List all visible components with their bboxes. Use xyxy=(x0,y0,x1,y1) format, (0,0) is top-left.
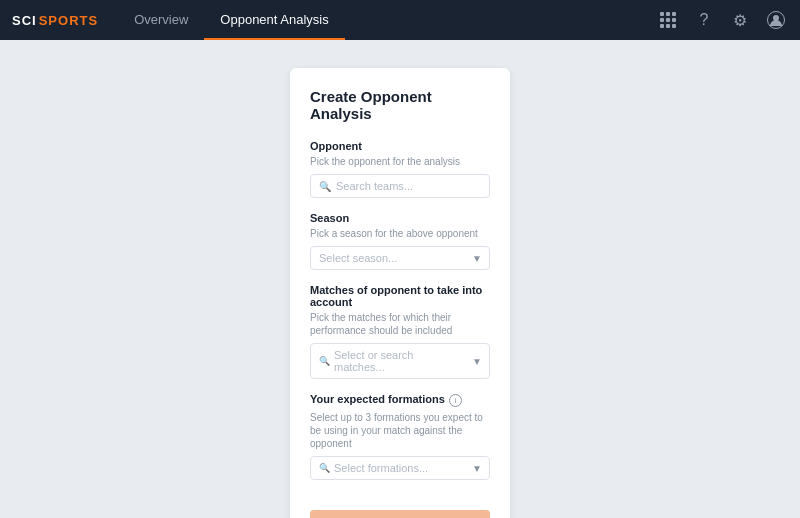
nav-item-overview[interactable]: Overview xyxy=(118,0,204,40)
formations-chevron-icon: ▼ xyxy=(472,463,482,474)
formations-label: Your expected formations xyxy=(310,393,445,405)
logo-sports: SPORTS xyxy=(39,13,98,28)
user-icon[interactable] xyxy=(764,8,788,32)
formations-select-wrapper: 🔍 Select formations... ▼ xyxy=(310,456,490,480)
matches-select-box[interactable]: 🔍 Select or search matches... xyxy=(310,343,490,379)
matches-label: Matches of opponent to take into account xyxy=(310,284,490,308)
create-report-button[interactable]: CREATE REPORT xyxy=(310,510,490,518)
logo: SCI SPORTS xyxy=(12,13,98,28)
formations-select-box[interactable]: 🔍 Select formations... xyxy=(310,456,490,480)
nav: Overview Opponent Analysis xyxy=(118,0,345,40)
topbar-right: ? ⚙ xyxy=(656,8,788,32)
season-section: Season Pick a season for the above oppon… xyxy=(310,212,490,270)
formations-section: Your expected formations i Select up to … xyxy=(310,393,490,480)
formations-hint: Select up to 3 formations you expect to … xyxy=(310,411,490,450)
grid-icon[interactable] xyxy=(656,8,680,32)
formations-label-row: Your expected formations i xyxy=(310,393,490,408)
formations-info-icon[interactable]: i xyxy=(449,394,462,407)
matches-chevron-icon: ▼ xyxy=(472,356,482,367)
logo-sci: SCI xyxy=(12,13,37,28)
nav-item-opponent-analysis[interactable]: Opponent Analysis xyxy=(204,0,344,40)
formations-search-icon: 🔍 xyxy=(319,463,330,473)
apps-icon xyxy=(660,12,676,28)
season-label: Season xyxy=(310,212,490,224)
main-content: Create Opponent Analysis Opponent Pick t… xyxy=(0,40,800,518)
matches-placeholder: Select or search matches... xyxy=(334,349,465,373)
matches-search-icon: 🔍 xyxy=(319,356,330,366)
season-select-wrapper: Select season... ▼ xyxy=(310,246,490,270)
season-select[interactable]: Select season... xyxy=(310,246,490,270)
opponent-hint: Pick the opponent for the analysis xyxy=(310,155,490,168)
card-title: Create Opponent Analysis xyxy=(310,88,490,122)
opponent-section: Opponent Pick the opponent for the analy… xyxy=(310,140,490,198)
opponent-label: Opponent xyxy=(310,140,490,152)
settings-icon[interactable]: ⚙ xyxy=(728,8,752,32)
matches-select-wrapper: 🔍 Select or search matches... ▼ xyxy=(310,343,490,379)
opponent-search-input[interactable] xyxy=(336,180,481,192)
matches-section: Matches of opponent to take into account… xyxy=(310,284,490,379)
formations-placeholder: Select formations... xyxy=(334,462,465,474)
create-analysis-card: Create Opponent Analysis Opponent Pick t… xyxy=(290,68,510,518)
topbar: SCI SPORTS Overview Opponent Analysis ? … xyxy=(0,0,800,40)
matches-hint: Pick the matches for which their perform… xyxy=(310,311,490,337)
search-icon: 🔍 xyxy=(319,181,331,192)
opponent-input-wrapper[interactable]: 🔍 xyxy=(310,174,490,198)
season-hint: Pick a season for the above opponent xyxy=(310,227,490,240)
help-icon[interactable]: ? xyxy=(692,8,716,32)
